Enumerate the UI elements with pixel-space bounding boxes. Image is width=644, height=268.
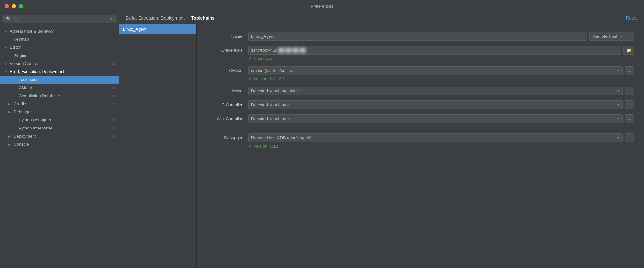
copy-icon: ⧉ bbox=[112, 86, 115, 90]
search-input[interactable] bbox=[13, 16, 108, 21]
credentials-browse-button[interactable]: 📁 bbox=[623, 46, 634, 55]
toolchain-list: Linux_Agent bbox=[119, 24, 197, 268]
sidebar-item-compilation-db[interactable]: Compilation Database ⧉ bbox=[0, 92, 119, 100]
split-panel: Linux_Agent Name: Remote Host ▼ bbox=[119, 24, 644, 268]
arrow-icon bbox=[13, 126, 17, 130]
cmake-version-label: Version: 2.8.12.2 bbox=[253, 77, 285, 81]
minimize-button[interactable] bbox=[12, 4, 16, 8]
window-controls bbox=[5, 4, 23, 8]
arrow-icon: ► bbox=[8, 142, 12, 146]
detail-panel: Name: Remote Host ▼ Credentials: bbox=[197, 24, 644, 268]
reset-button[interactable]: Reset bbox=[626, 15, 638, 21]
debugger-ellipsis-button[interactable]: ... bbox=[625, 133, 634, 142]
sidebar-item-label: Python Debugger bbox=[19, 118, 51, 122]
type-dropdown[interactable]: Remote Host ▼ bbox=[589, 32, 634, 41]
credentials-status: ✔ Connected bbox=[248, 56, 634, 61]
sidebar-item-plugins[interactable]: Plugins bbox=[0, 51, 119, 59]
copy-icon: ⧉ bbox=[112, 126, 115, 130]
cmake-controls: cmake (/usr/bin/cmake) ▼ ... bbox=[248, 66, 634, 75]
c-compiler-row: C Compiler: Detected: /usr/bin/cc ▼ ... bbox=[206, 100, 634, 109]
sidebar-item-label: Python Interpreter bbox=[19, 126, 52, 130]
c-compiler-dropdown[interactable]: Detected: /usr/bin/cc ▼ bbox=[248, 100, 623, 109]
sidebar-item-python-interpreter[interactable]: Python Interpreter ⧉ bbox=[0, 124, 119, 132]
name-row: Name: Remote Host ▼ bbox=[206, 32, 634, 41]
make-ellipsis-button[interactable]: ... bbox=[625, 87, 634, 95]
c-compiler-dropdown-arrow-icon: ▼ bbox=[617, 103, 620, 107]
debugger-controls: Remote Host GDB (/usr/bin/gdb) ▼ ... bbox=[248, 133, 634, 142]
cmake-version-status: ✔ Version: 2.8.12.2 bbox=[248, 76, 634, 81]
name-input[interactable] bbox=[248, 32, 587, 41]
close-button[interactable] bbox=[5, 4, 9, 8]
arrow-icon: ► bbox=[8, 134, 12, 138]
c-compiler-ellipsis-button[interactable]: ... bbox=[625, 100, 634, 109]
toolchain-item-linux-agent[interactable]: Linux_Agent bbox=[119, 24, 196, 34]
breadcrumb-current: Toolchains bbox=[191, 15, 215, 21]
credentials-field: ssh://root@10. ██ ██ ██ ██ 📁 ✔ Connected bbox=[248, 46, 634, 61]
maximize-button[interactable] bbox=[19, 4, 23, 8]
sidebar-item-gradle[interactable]: ► Gradle ⧉ bbox=[0, 100, 119, 108]
sidebar-item-cmake[interactable]: CMake ⧉ bbox=[0, 84, 119, 92]
search-wrapper[interactable]: 🔍 ▼ bbox=[3, 15, 116, 23]
sidebar-item-toolchains[interactable]: Toolchains bbox=[0, 76, 119, 84]
arrow-icon bbox=[13, 118, 17, 122]
sidebar-item-build-execution[interactable]: ▼ Build, Execution, Deployment bbox=[0, 67, 119, 76]
cmake-ellipsis-button[interactable]: ... bbox=[625, 66, 634, 75]
arrow-icon: ► bbox=[8, 110, 12, 114]
sidebar-item-label: Console bbox=[14, 142, 29, 147]
title-bar: Preferences bbox=[0, 0, 644, 12]
breadcrumb-arrow-icon: › bbox=[187, 16, 189, 20]
make-dropdown-value: Detected: /usr/bin/gmake bbox=[251, 88, 298, 93]
make-dropdown-arrow-icon: ▼ bbox=[617, 89, 620, 93]
arrow-icon bbox=[13, 86, 17, 90]
c-compiler-field: Detected: /usr/bin/cc ▼ ... bbox=[248, 100, 634, 109]
make-dropdown[interactable]: Detected: /usr/bin/gmake ▼ bbox=[248, 87, 623, 95]
section-spacer bbox=[206, 128, 634, 133]
sidebar-item-label: Plugins bbox=[14, 53, 27, 58]
debugger-label: Debugger: bbox=[206, 133, 248, 140]
sidebar-item-python-debugger[interactable]: Python Debugger ⧉ bbox=[0, 116, 119, 124]
cmake-label: CMake: bbox=[206, 66, 248, 73]
cmake-field: cmake (/usr/bin/cmake) ▼ ... ✔ Version: … bbox=[248, 66, 634, 81]
credentials-controls: ssh://root@10. ██ ██ ██ ██ 📁 bbox=[248, 46, 634, 55]
sidebar-item-appearance[interactable]: ► Appearance & Behavior bbox=[0, 27, 119, 35]
arrow-icon bbox=[13, 78, 17, 82]
arrow-icon: ► bbox=[4, 46, 8, 49]
cpp-compiler-dropdown[interactable]: Detected: /usr/bin/c++ ▼ bbox=[248, 114, 623, 123]
debugger-version-status: ✔ Version: 7.12 bbox=[248, 143, 634, 149]
cmake-row: CMake: cmake (/usr/bin/cmake) ▼ ... ✔ Ve… bbox=[206, 66, 634, 81]
arrow-icon: ▼ bbox=[4, 70, 8, 74]
debugger-dropdown[interactable]: Remote Host GDB (/usr/bin/gdb) ▼ bbox=[248, 133, 623, 142]
folder-icon: 📁 bbox=[626, 48, 631, 53]
sidebar-item-editor[interactable]: ► Editor bbox=[0, 43, 119, 51]
sidebar: 🔍 ▼ ► Appearance & Behavior Keymap ► Edi… bbox=[0, 12, 119, 268]
sidebar-item-label: Keymap bbox=[14, 37, 29, 42]
sidebar-item-keymap[interactable]: Keymap bbox=[0, 35, 119, 43]
credentials-row: Credentials: ssh://root@10. ██ ██ ██ ██ … bbox=[206, 46, 634, 61]
make-label: Make: bbox=[206, 87, 248, 93]
sidebar-item-label: Version Control bbox=[10, 61, 38, 66]
sidebar-item-deployment[interactable]: ► Deployment ⧉ bbox=[0, 132, 119, 140]
cmake-dropdown-value: cmake (/usr/bin/cmake) bbox=[251, 68, 295, 73]
copy-icon: ⧉ bbox=[112, 61, 115, 66]
type-dropdown-label: Remote Host bbox=[593, 34, 617, 39]
cmake-dropdown[interactable]: cmake (/usr/bin/cmake) ▼ bbox=[248, 66, 623, 75]
sidebar-item-debugger[interactable]: ► Debugger bbox=[0, 108, 119, 116]
check-icon: ✔ bbox=[248, 56, 252, 61]
sidebar-item-label: Debugger bbox=[14, 109, 32, 114]
arrow-icon: ► bbox=[4, 62, 8, 66]
search-bar: 🔍 ▼ bbox=[0, 12, 119, 26]
c-compiler-label: C Compiler: bbox=[206, 100, 248, 107]
name-label: Name: bbox=[206, 32, 248, 39]
sidebar-item-console[interactable]: ► Console bbox=[0, 140, 119, 148]
check-icon: ✔ bbox=[248, 143, 252, 149]
cpp-compiler-field: Detected: /usr/bin/c++ ▼ ... bbox=[248, 114, 634, 123]
name-field: Remote Host ▼ bbox=[248, 32, 634, 41]
window-title: Preferences bbox=[311, 4, 333, 9]
sidebar-item-version-control[interactable]: ► Version Control ⧉ bbox=[0, 59, 119, 67]
breadcrumb-parent: Build, Execution, Deployment bbox=[126, 15, 185, 21]
check-icon: ✔ bbox=[248, 76, 252, 81]
cpp-compiler-ellipsis-button[interactable]: ... bbox=[625, 114, 634, 123]
sidebar-item-label: CMake bbox=[19, 85, 32, 90]
copy-icon: ⧉ bbox=[112, 102, 115, 106]
debugger-version-label: Version: 7.12 bbox=[253, 144, 278, 149]
